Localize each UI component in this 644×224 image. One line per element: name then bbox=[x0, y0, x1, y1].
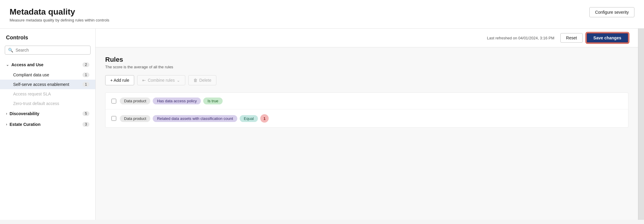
sidebar-group-estate-curation[interactable]: › Estate Curation 3 bbox=[0, 119, 95, 130]
sidebar-title: Controls bbox=[0, 35, 95, 46]
last-refreshed-label: Last refreshed on 04/01/2024, 3:16 PM bbox=[487, 36, 555, 40]
sidebar-item-label: Zero-trust default access bbox=[13, 101, 59, 106]
sidebar-item-self-serve-access[interactable]: Self-serve access enablement 1 bbox=[0, 80, 95, 89]
main-layout: Controls 🔍 ⌄ Access and Use 2 Compliant … bbox=[0, 29, 644, 220]
access-and-use-badge: 2 bbox=[82, 62, 89, 67]
sidebar-group-discoverability[interactable]: › Discoverability 5 bbox=[0, 108, 95, 119]
nav-section: ⌄ Access and Use 2 Compliant data use 1 … bbox=[0, 59, 95, 220]
add-rule-button[interactable]: + Add rule bbox=[105, 75, 134, 85]
tag-related-data-assets: Related data assets with classification … bbox=[153, 115, 237, 122]
rule-2-tags: Data product Related data assets with cl… bbox=[120, 114, 269, 123]
sidebar-item-label: Compliant data use bbox=[13, 72, 49, 77]
delete-label: Delete bbox=[199, 78, 211, 83]
combine-rules-button: ⇤ Combine rules ⌄ bbox=[137, 75, 185, 85]
rule-2-checkbox[interactable] bbox=[111, 116, 116, 121]
combine-rules-label: Combine rules bbox=[148, 78, 175, 83]
page-title: Metadata quality bbox=[10, 7, 109, 17]
content-area: Last refreshed on 04/01/2024, 3:16 PM Re… bbox=[96, 29, 638, 220]
right-panel-handle[interactable] bbox=[638, 29, 644, 220]
sidebar-item-zero-trust-default: Zero-trust default access bbox=[0, 99, 95, 108]
sidebar-group-label: Access and Use bbox=[11, 62, 43, 67]
header-left: Metadata quality Measure metadata qualit… bbox=[10, 7, 109, 22]
sidebar-item-compliant-data-use[interactable]: Compliant data use 1 bbox=[0, 70, 95, 80]
rules-container: Rules The score is the average of all th… bbox=[96, 47, 638, 220]
search-input[interactable] bbox=[16, 48, 87, 52]
search-icon: 🔍 bbox=[8, 48, 13, 52]
rules-actions: + Add rule ⇤ Combine rules ⌄ 🗑 Delete bbox=[105, 75, 628, 85]
save-changes-button[interactable]: Save changes bbox=[586, 33, 628, 43]
sidebar-group-access-and-use[interactable]: ⌄ Access and Use 2 bbox=[0, 59, 95, 70]
reset-button[interactable]: Reset bbox=[560, 33, 583, 43]
content-toolbar: Last refreshed on 04/01/2024, 3:16 PM Re… bbox=[96, 29, 638, 47]
estate-curation-badge: 3 bbox=[82, 122, 89, 127]
sidebar: Controls 🔍 ⌄ Access and Use 2 Compliant … bbox=[0, 29, 96, 220]
tag-value-1: 1 bbox=[260, 114, 269, 123]
combine-icon: ⇤ bbox=[142, 78, 146, 83]
compliant-data-use-badge: 1 bbox=[82, 72, 89, 77]
rule-1-tags: Data product Has data access policy Is t… bbox=[120, 98, 223, 104]
rules-title: Rules bbox=[105, 56, 628, 64]
tag-is-true: Is true bbox=[203, 98, 222, 104]
rules-list: Data product Has data access policy Is t… bbox=[105, 92, 628, 128]
sidebar-item-label: Self-serve access enablement bbox=[13, 82, 69, 87]
tag-equal: Equal bbox=[240, 115, 258, 122]
chevron-right-icon: › bbox=[6, 122, 7, 126]
sidebar-group-label: Estate Curation bbox=[10, 122, 40, 127]
tag-data-product-2: Data product bbox=[120, 115, 150, 122]
tag-has-data-access-policy: Has data access policy bbox=[153, 98, 201, 104]
trash-icon: 🗑 bbox=[193, 78, 198, 83]
search-wrapper: 🔍 bbox=[5, 46, 91, 55]
sidebar-item-access-request-sla: Access request SLA bbox=[0, 89, 95, 99]
self-serve-badge: 1 bbox=[82, 82, 89, 87]
rule-1-checkbox[interactable] bbox=[111, 99, 116, 103]
table-row: Data product Related data assets with cl… bbox=[105, 109, 628, 127]
search-container: 🔍 bbox=[0, 46, 95, 59]
sidebar-item-label: Access request SLA bbox=[13, 92, 51, 96]
page-subtitle: Measure metadata quality by defining rul… bbox=[10, 18, 109, 22]
table-row: Data product Has data access policy Is t… bbox=[105, 93, 628, 109]
chevron-down-icon: ⌄ bbox=[177, 78, 180, 83]
page-header: Metadata quality Measure metadata qualit… bbox=[0, 0, 644, 29]
sidebar-group-label: Discoverability bbox=[10, 111, 39, 116]
configure-severity-button[interactable]: Configure severity bbox=[589, 7, 634, 17]
chevron-right-icon: › bbox=[6, 112, 7, 116]
delete-button: 🗑 Delete bbox=[188, 75, 216, 85]
rules-subtitle: The score is the average of all the rule… bbox=[105, 65, 628, 69]
discoverability-badge: 5 bbox=[82, 111, 89, 116]
chevron-down-icon: ⌄ bbox=[6, 63, 9, 67]
access-and-use-children: Compliant data use 1 Self-serve access e… bbox=[0, 70, 95, 108]
tag-data-product: Data product bbox=[120, 98, 150, 104]
